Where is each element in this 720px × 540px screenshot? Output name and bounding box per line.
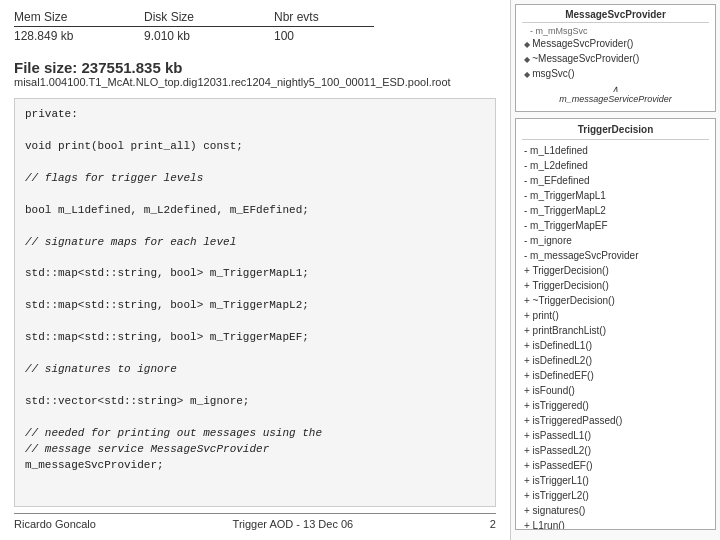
footer-author: Ricardo Goncalo (14, 518, 96, 530)
trigger-plus-item[interactable]: + isPassedEF() (522, 458, 709, 473)
trigger-decision-title: TriggerDecision (522, 123, 709, 140)
trigger-plus-item[interactable]: + isTriggered() (522, 398, 709, 413)
code-line (25, 314, 485, 330)
file-name: misal1.004100.T1_McAt.NLO_top.dig12031.r… (14, 76, 496, 88)
code-line: // message service MessageSvcProvider (25, 442, 485, 458)
nbr-evts-value: 100 (274, 29, 404, 43)
code-line: private: (25, 107, 485, 123)
table-divider (14, 26, 374, 27)
code-line: std::map<std::string, bool> m_TriggerMap… (25, 266, 485, 282)
code-line (25, 378, 485, 394)
col-nbr-evts-header: Nbr evts (274, 10, 404, 24)
footer-bar: Ricardo Goncalo Trigger AOD - 13 Dec 06 … (14, 513, 496, 530)
code-line: void print(bool print_all) const; (25, 139, 485, 155)
trigger-plus-item[interactable]: + isDefinedL1() (522, 338, 709, 353)
trigger-plus-items: + TriggerDecision()+ TriggerDecision()+ … (522, 263, 709, 531)
trigger-plus-item[interactable]: + isDefinedL2() (522, 353, 709, 368)
code-line (25, 250, 485, 266)
table-data-row: 128.849 kb 9.010 kb 100 (14, 29, 496, 43)
right-panel: MessageSvcProvider - m_mMsgSvc MessageSv… (510, 0, 720, 540)
trigger-plus-item[interactable]: + isTriggerL1() (522, 473, 709, 488)
trigger-plus-item[interactable]: + isTriggeredPassed() (522, 413, 709, 428)
msg-svc-note: ∧ m_messageServiceProvider (522, 84, 709, 104)
message-svc-provider-box: MessageSvcProvider - m_mMsgSvc MessageSv… (515, 4, 716, 112)
table-section: Mem Size Disk Size Nbr evts 128.849 kb 9… (14, 10, 496, 43)
file-size-title: File size: 237551.835 kb (14, 59, 496, 76)
code-line: std::map<std::string, bool> m_TriggerMap… (25, 330, 485, 346)
col-disk-size-header: Disk Size (144, 10, 274, 24)
trigger-minus-item[interactable]: - m_L2defined (522, 158, 709, 173)
trigger-decision-box: TriggerDecision - m_L1defined- m_L2defin… (515, 118, 716, 530)
code-line (25, 123, 485, 139)
code-line (25, 410, 485, 426)
footer-page: 2 (490, 518, 496, 530)
code-line: // signature maps for each level (25, 235, 485, 251)
trigger-plus-item[interactable]: + TriggerDecision() (522, 278, 709, 293)
footer-title: Trigger AOD - 13 Dec 06 (233, 518, 354, 530)
trigger-minus-item[interactable]: - m_ignore (522, 233, 709, 248)
trigger-minus-items: - m_L1defined- m_L2defined- m_EFdefined-… (522, 143, 709, 263)
code-line: bool m_L1defined, m_L2defined, m_EFdefin… (25, 203, 485, 219)
code-line: std::map<std::string, bool> m_TriggerMap… (25, 298, 485, 314)
code-block: private: void print(bool print_all) cons… (14, 98, 496, 507)
code-line: // flags for trigger levels (25, 171, 485, 187)
trigger-minus-item[interactable]: - m_L1defined (522, 143, 709, 158)
trigger-plus-item[interactable]: + isPassedL1() (522, 428, 709, 443)
message-svc-subtitle: - m_mMsgSvc (522, 26, 709, 36)
trigger-minus-item[interactable]: - m_TriggerMapL2 (522, 203, 709, 218)
trigger-plus-item[interactable]: + isFound() (522, 383, 709, 398)
code-line: m_messageSvcProvider; (25, 458, 485, 474)
code-line (25, 219, 485, 235)
code-line (25, 187, 485, 203)
code-line (25, 346, 485, 362)
trigger-plus-item[interactable]: + signatures() (522, 503, 709, 518)
file-info: File size: 237551.835 kb misal1.004100.T… (14, 59, 496, 88)
msg-svc-note-text: m_messageServiceProvider (559, 94, 672, 104)
trigger-minus-item[interactable]: - m_TriggerMapL1 (522, 188, 709, 203)
trigger-plus-item[interactable]: + L1run() (522, 518, 709, 531)
left-panel: Mem Size Disk Size Nbr evts 128.849 kb 9… (0, 0, 510, 540)
table-header: Mem Size Disk Size Nbr evts (14, 10, 496, 24)
trigger-plus-item[interactable]: + isTriggerL2() (522, 488, 709, 503)
trigger-plus-item[interactable]: + print() (522, 308, 709, 323)
message-svc-provider-title: MessageSvcProvider (522, 9, 709, 23)
code-line (25, 155, 485, 171)
trigger-plus-item[interactable]: + printBranchList() (522, 323, 709, 338)
code-line: // needed for printing out messages usin… (25, 426, 485, 442)
trigger-minus-item[interactable]: - m_TriggerMapEF (522, 218, 709, 233)
mem-size-value: 128.849 kb (14, 29, 144, 43)
trigger-plus-item[interactable]: + isDefinedEF() (522, 368, 709, 383)
trigger-minus-item[interactable]: - m_EFdefined (522, 173, 709, 188)
code-line: std::vector<std::string> m_ignore; (25, 394, 485, 410)
msg-svc-item-2[interactable]: ~MessageSvcProvider() (522, 51, 709, 66)
msg-svc-item-1[interactable]: MessageSvcProvider() (522, 36, 709, 51)
code-line (25, 282, 485, 298)
trigger-plus-item[interactable]: + ~TriggerDecision() (522, 293, 709, 308)
msg-svc-item-3[interactable]: msgSvc() (522, 66, 709, 81)
disk-size-value: 9.010 kb (144, 29, 274, 43)
trigger-minus-item[interactable]: - m_messageSvcProvider (522, 248, 709, 263)
code-line: // signatures to ignore (25, 362, 485, 378)
trigger-plus-item[interactable]: + TriggerDecision() (522, 263, 709, 278)
col-mem-size-header: Mem Size (14, 10, 144, 24)
trigger-plus-item[interactable]: + isPassedL2() (522, 443, 709, 458)
